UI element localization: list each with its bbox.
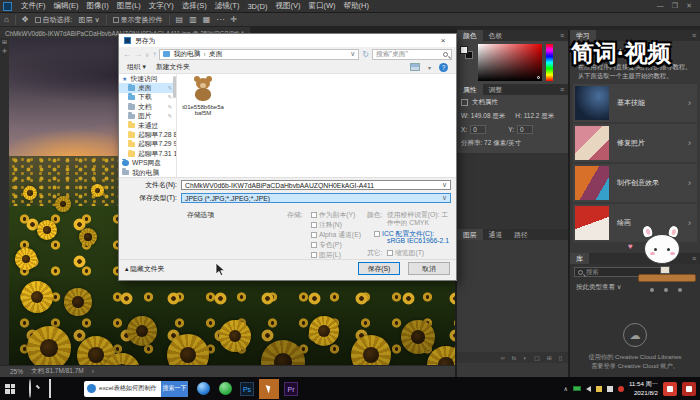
breadcrumb-root[interactable]: 我的电脑 <box>173 49 200 59</box>
tab-properties[interactable]: 属性 <box>457 84 483 95</box>
breadcrumb-current[interactable]: 桌面 <box>209 49 223 59</box>
tab-swatches[interactable]: 色板 <box>483 30 509 41</box>
menu-3d[interactable]: 3D(D) <box>243 2 271 11</box>
saturation-gradient[interactable] <box>478 44 542 81</box>
task-view-icon[interactable] <box>40 380 60 398</box>
filetype-dropdown[interactable]: JPEG (*.JPG;*.JPEG;*.JPE) ∨ <box>181 193 451 203</box>
active-pointer-app-icon[interactable] <box>259 379 279 399</box>
organize-dropdown[interactable]: 组织 ▾ <box>127 62 146 72</box>
premiere-app-icon[interactable]: Pr <box>281 379 301 399</box>
menu-image[interactable]: 图像(I) <box>83 1 113 11</box>
tab-layers[interactable]: 图层 <box>457 229 483 240</box>
as-copy-checkbox[interactable]: 作为副本(Y) <box>311 210 355 220</box>
menu-edit[interactable]: 编辑(E) <box>50 1 83 11</box>
menu-layer[interactable]: 图层(L) <box>113 1 145 11</box>
home-icon[interactable]: ⌂ <box>4 15 9 24</box>
menu-view[interactable]: 视图(V) <box>271 1 304 11</box>
tab-paths[interactable]: 路径 <box>508 229 534 240</box>
panel-menu-icon[interactable]: ≡ <box>560 86 568 93</box>
up-button[interactable]: ↑ <box>152 50 156 59</box>
new-folder-button[interactable]: 新建文件夹 <box>156 62 190 72</box>
view-mode-icon[interactable] <box>410 63 420 71</box>
search-go-button[interactable]: 搜索一下 <box>161 381 188 397</box>
more-options-icon[interactable]: ⋯ <box>216 15 224 24</box>
layer-effects-icon[interactable]: fx <box>512 355 517 361</box>
photoshop-app-icon[interactable]: Ps <box>237 379 257 399</box>
minimize-button[interactable]: — <box>657 2 664 10</box>
taskbar-search-box[interactable]: excel表格如何图制作 搜索一下 <box>84 381 188 397</box>
show-transform-checkbox[interactable] <box>113 17 119 23</box>
red-app-icon[interactable] <box>663 382 677 396</box>
sidebar-item-folder[interactable]: 起聊早7.28 8个1 <box>119 130 176 139</box>
red-recorder-app-icon[interactable] <box>682 382 696 396</box>
battery-icon[interactable] <box>573 386 581 391</box>
thumbnail-checkbox[interactable]: 缩览图(T) <box>387 248 424 258</box>
height-field[interactable]: H: 112.2 厘米 <box>515 112 554 121</box>
dialog-title-bar[interactable]: 另存为 × <box>119 34 456 47</box>
align-left-icon[interactable]: ▤ <box>176 15 184 24</box>
tray-expand-icon[interactable]: ∧ <box>563 385 567 392</box>
sidebar-item-pictures[interactable]: 图片 ✎ <box>119 112 176 121</box>
tools-grid-icon[interactable]: ⊞ <box>0 38 9 47</box>
tab-channels[interactable]: 通道 <box>483 229 509 240</box>
tab-libraries[interactable]: 库 <box>570 253 589 264</box>
refresh-button[interactable]: ↻ <box>362 50 369 59</box>
foreground-background-swatches[interactable] <box>460 46 474 60</box>
align-right-icon[interactable]: ▦ <box>203 15 211 24</box>
sidebar-item-desktop[interactable]: 桌面 ✎ <box>119 83 176 92</box>
delete-layer-icon[interactable]: ▯ <box>559 354 562 361</box>
tray-notification-icon[interactable] <box>618 386 624 392</box>
learn-item-retouch-photos[interactable]: 修复照片 › <box>573 124 697 162</box>
layers-checkbox[interactable]: 图层(L) <box>311 250 341 260</box>
tray-app-icon[interactable] <box>596 386 602 392</box>
filename-input[interactable]: ChMkWV0d6b-IKW7dABiPaCDaHbvbAAUZQNH0EkAG… <box>181 180 451 190</box>
menu-type[interactable]: 文字(Y) <box>145 1 178 11</box>
auto-select-layer-dropdown[interactable]: 图层 ∨ <box>79 15 100 25</box>
move-tool-strip-icon[interactable]: ✛ <box>0 47 9 56</box>
adjustment-layer-icon[interactable]: ◐ <box>523 355 527 361</box>
sidebar-quick-access[interactable]: ★ 快速访问 <box>119 74 176 83</box>
speaker-icon[interactable] <box>586 386 591 392</box>
layer-mask-icon[interactable]: ▢ <box>534 354 540 361</box>
auto-select-checkbox[interactable] <box>35 17 41 23</box>
sidebar-item-folder[interactable]: 起聊早7.31 12个1 <box>119 149 176 158</box>
sidebar-item-this-pc[interactable]: 我的电脑 <box>119 168 176 177</box>
new-layer-icon[interactable]: ⊞ <box>547 354 552 361</box>
menu-file[interactable]: 文件(F) <box>17 1 50 11</box>
dialog-close-button[interactable]: × <box>435 36 451 45</box>
chevron-down-icon[interactable]: ∨ <box>442 181 447 189</box>
menu-help[interactable]: 帮助(H) <box>340 1 373 11</box>
file-item-teddy[interactable]: t01e558b6be5a baf5M <box>181 78 225 116</box>
tab-color[interactable]: 颜色 <box>457 30 483 41</box>
close-button[interactable]: ✕ <box>686 2 692 10</box>
view-dropdown-icon[interactable]: ▾ <box>428 64 431 71</box>
y-field[interactable]: Y:0 <box>508 125 533 134</box>
restore-button[interactable]: ❐ <box>672 2 678 10</box>
zoom-level[interactable]: 25% <box>10 368 23 375</box>
forward-button[interactable]: → <box>134 50 142 59</box>
tray-app-icon[interactable] <box>607 386 613 392</box>
panel-menu-icon[interactable]: ≡ <box>560 32 568 39</box>
move-tool-icon[interactable]: ✥ <box>22 15 29 24</box>
sidebar-item-downloads[interactable]: 下载 ✎ <box>119 93 176 102</box>
address-dropdown-icon[interactable]: ∨ <box>350 50 355 58</box>
x-field[interactable]: X:0 <box>461 125 486 134</box>
green-app-icon[interactable] <box>215 379 235 399</box>
recent-locations-dropdown[interactable]: ∨ <box>145 51 149 58</box>
layers-panel[interactable] <box>457 240 568 352</box>
menu-filter[interactable]: 滤镜(T) <box>211 1 244 11</box>
taskbar-search-icon[interactable] <box>20 380 40 398</box>
search-box[interactable]: 搜索"桌面" <box>372 49 452 60</box>
hue-strip[interactable] <box>546 44 553 81</box>
learn-item-creative-effects[interactable]: 制作创意效果 › <box>573 164 697 202</box>
3d-mode-icon[interactable]: ✛ <box>230 15 237 24</box>
spot-colors-checkbox[interactable]: 专色(P) <box>311 240 342 250</box>
address-bar[interactable]: 我的电脑 › 桌面 ∨ <box>159 49 359 60</box>
status-expand-icon[interactable]: › <box>92 368 94 375</box>
menu-window[interactable]: 窗口(W) <box>304 1 339 11</box>
save-button[interactable]: 保存(S) <box>358 262 400 275</box>
sidebar-item-folder[interactable]: 未通过 <box>119 121 176 130</box>
cancel-button[interactable]: 取消 <box>408 262 450 275</box>
start-button[interactable] <box>0 384 20 394</box>
link-layers-icon[interactable]: ∞ <box>500 355 504 361</box>
